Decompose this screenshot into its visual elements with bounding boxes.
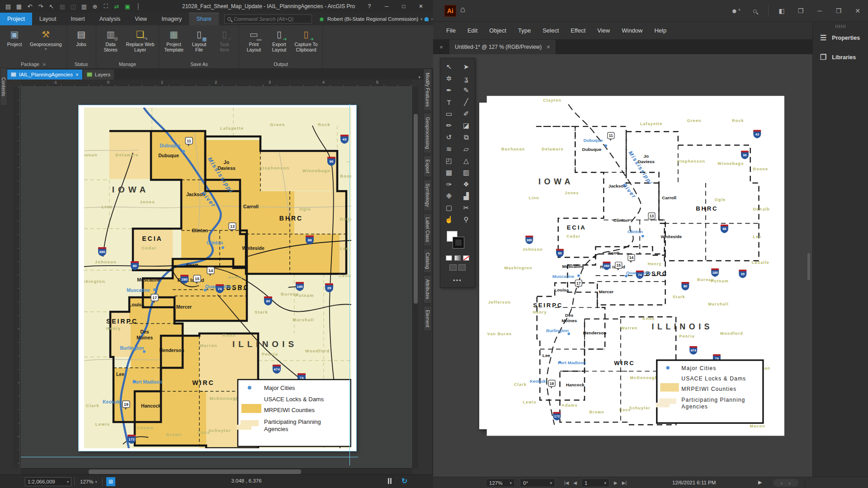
- ribbon-tab-insert[interactable]: Insert: [63, 13, 92, 25]
- menu-edit[interactable]: Edit: [462, 27, 482, 34]
- ribbon-tab-layout[interactable]: Layout: [32, 13, 64, 25]
- blend-tool-icon[interactable]: ❖: [458, 178, 475, 190]
- rotate-tool-icon[interactable]: ↺: [440, 131, 458, 143]
- dock-grip[interactable]: [813, 22, 868, 28]
- layout-vertical-scrollbar[interactable]: [412, 87, 418, 468]
- selection-tool-icon[interactable]: ↖: [440, 61, 458, 73]
- canvas-scrollbar[interactable]: [807, 253, 811, 343]
- refresh-view-button[interactable]: ↻: [401, 477, 407, 485]
- free-transform-tool-icon[interactable]: ▱: [458, 143, 475, 155]
- color-button[interactable]: [446, 255, 452, 261]
- share-document-icon[interactable]: ☻⁺: [730, 7, 742, 14]
- rotation-dropdown[interactable]: 0° ▾: [520, 479, 555, 487]
- previous-artboard-button[interactable]: ◀: [573, 480, 577, 485]
- collapse-panels-icon[interactable]: «: [433, 40, 449, 54]
- layout-view[interactable]: LafayetteGreenRockBuchananDelawareStephe…: [21, 87, 412, 468]
- draw-behind-mode-button[interactable]: [458, 264, 466, 271]
- layout-horizontal-scrollbar[interactable]: [21, 468, 412, 474]
- artboard-navigation-dropdown[interactable]: 1 ▾: [581, 479, 609, 487]
- next-artboard-button[interactable]: ▶: [614, 480, 618, 485]
- panel-tab-symbology[interactable]: Symbology: [424, 179, 432, 211]
- view-tab-layers[interactable]: Layers: [83, 70, 114, 80]
- undo-icon[interactable]: ↶: [25, 2, 34, 11]
- menu-effect[interactable]: Effect: [566, 27, 590, 34]
- command-search[interactable]: [224, 14, 312, 23]
- curvature-tool-icon[interactable]: ✎: [458, 84, 475, 96]
- bookmarks-icon[interactable]: ▥: [80, 2, 89, 11]
- ribbon-tab-imagery[interactable]: Imagery: [154, 13, 189, 25]
- minimize-button[interactable]: ─: [814, 7, 826, 14]
- menu-view[interactable]: View: [592, 27, 615, 34]
- button-project[interactable]: ▣Project: [3, 27, 26, 60]
- panel-tab-catalog[interactable]: Catalog: [424, 249, 432, 273]
- button-print-layout[interactable]: ▭▬Print Layout: [242, 27, 265, 60]
- view-tab-iail-planningagencies[interactable]: IAIL_PlanningAgencies×: [7, 70, 82, 80]
- map-scale-dropdown[interactable]: 1:2,066,009 ▾: [25, 477, 71, 486]
- panel-tab-modify-features[interactable]: Modify Features: [424, 69, 432, 111]
- ribbon-tab-analysis[interactable]: Analysis: [92, 13, 128, 25]
- document-tab-close-icon[interactable]: ✕: [546, 44, 550, 50]
- scale-tool-icon[interactable]: ⧉: [458, 131, 475, 143]
- artboard-tool-icon[interactable]: ▢: [440, 202, 458, 214]
- menu-object[interactable]: Object: [484, 27, 511, 34]
- direct-selection-tool-icon[interactable]: ➤: [458, 61, 475, 73]
- map-view-icon[interactable]: ▣: [123, 2, 132, 11]
- command-search-input[interactable]: [234, 16, 306, 22]
- layout-zoom-dropdown[interactable]: 127% ▾: [78, 477, 99, 486]
- map-frame-colored[interactable]: LafayetteGreenRockBuchananDelawareStephe…: [84, 108, 351, 448]
- menu-help[interactable]: Help: [649, 27, 671, 34]
- line-segment-tool-icon[interactable]: ╱: [458, 96, 475, 108]
- panel-tab-attributes[interactable]: Attributes: [424, 275, 432, 303]
- magic-wand-tool-icon[interactable]: ✲: [440, 73, 458, 84]
- locate-icon[interactable]: ⊕: [90, 2, 99, 11]
- close-button[interactable]: ✕: [852, 7, 863, 14]
- minimize-button[interactable]: ─: [378, 0, 395, 13]
- perspective-grid-tool-icon[interactable]: △: [458, 155, 475, 167]
- fill-stroke-swatches[interactable]: [440, 229, 475, 254]
- button-replace-web-layer[interactable]: ❏↷Replace Web Layer: [124, 27, 156, 60]
- gradient-tool-icon[interactable]: ▥: [458, 167, 475, 178]
- button-data-stores[interactable]: ▥⚙Data Stores: [99, 27, 123, 60]
- menu-file[interactable]: File: [441, 27, 461, 34]
- document-tab[interactable]: Untitled-1* @ 127 % (RGB/Preview) ✕: [449, 40, 556, 54]
- snap-grid-button[interactable]: ⊞: [106, 477, 115, 486]
- map-frame-traced[interactable]: LafayetteGreenRockBuchananDelawareStephe…: [512, 104, 764, 425]
- eraser-tool-icon[interactable]: ◪: [458, 120, 475, 131]
- paintbrush-tool-icon[interactable]: ✐: [458, 108, 475, 120]
- button-layout-file[interactable]: ▯▦Layout File: [187, 27, 211, 60]
- save-project-icon[interactable]: ▤: [4, 2, 13, 11]
- panel-tab-element[interactable]: Element: [424, 306, 432, 332]
- home-icon[interactable]: ⌂: [460, 5, 465, 14]
- button-jobs[interactable]: ▤Jobs: [70, 27, 93, 60]
- panel-tab-label-class[interactable]: Label Class: [424, 213, 432, 246]
- workspace-switcher-icon[interactable]: ❒: [795, 7, 807, 14]
- width-tool-icon[interactable]: ≋: [440, 143, 458, 155]
- mesh-tool-icon[interactable]: ▦: [440, 167, 458, 178]
- stroke-swatch[interactable]: [453, 237, 464, 248]
- contents-panel-tab[interactable]: Contents: [0, 68, 7, 106]
- account-menu[interactable]: ☻ Robert (Bi-State Regional Commission) …: [318, 13, 433, 25]
- ribbon-tab-project[interactable]: Project: [0, 13, 32, 25]
- close-button[interactable]: ✕: [412, 0, 429, 13]
- explore-tool-icon[interactable]: ▧: [58, 2, 67, 11]
- lasso-tool-icon[interactable]: ʓ: [458, 73, 475, 84]
- status-play-button[interactable]: ▶: [758, 479, 762, 485]
- zoom-level-dropdown[interactable]: 127% ▾: [486, 479, 515, 487]
- eyedropper-tool-icon[interactable]: ✑: [440, 178, 458, 190]
- ribbon-tab-view[interactable]: View: [127, 13, 154, 25]
- select-tool-icon[interactable]: ↖: [47, 2, 56, 11]
- pause-drawing-button[interactable]: [388, 478, 392, 484]
- maximize-button[interactable]: □: [395, 0, 412, 13]
- button-geoprocessing[interactable]: ⚒Geoprocessing▾: [28, 27, 64, 60]
- pencil-tool-icon[interactable]: ✏: [440, 120, 458, 131]
- menu-window[interactable]: Window: [617, 27, 647, 34]
- shape-builder-tool-icon[interactable]: ◰: [440, 155, 458, 167]
- pen-tool-icon[interactable]: ✒: [440, 84, 458, 96]
- sync-icon[interactable]: ⇄: [112, 2, 121, 11]
- restore-button[interactable]: ❐: [833, 7, 844, 14]
- column-graph-tool-icon[interactable]: ▟: [458, 190, 475, 202]
- edit-toolbar-button[interactable]: •••: [440, 277, 475, 284]
- menu-select[interactable]: Select: [538, 27, 564, 34]
- package-icon[interactable]: ▦: [14, 2, 24, 11]
- symbol-sprayer-tool-icon[interactable]: ❉: [440, 190, 458, 202]
